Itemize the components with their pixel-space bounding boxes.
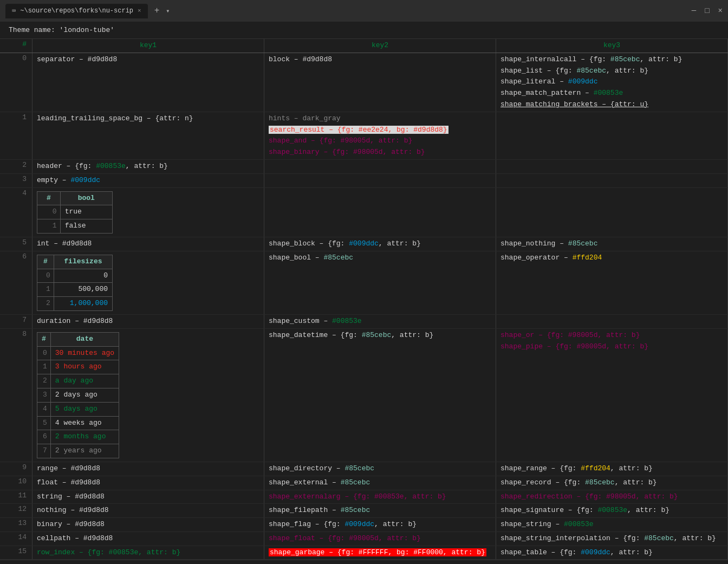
minimize-icon[interactable]: ─ [692, 7, 696, 15]
row8-col3: shape_or – {fg: #98005d, attr: b} shape_… [496, 329, 728, 462]
table-row: 5 int – #d9d8d8 shape_block – {fg: #009d… [0, 237, 728, 251]
close-window-icon[interactable]: × [718, 7, 723, 15]
row9-col2: shape_directory – #85cebc [264, 462, 496, 476]
row7-col2: shape_custom – #00853e [264, 315, 496, 328]
table-row: 7 duration – #d9d8d8 shape_custom – #008… [0, 315, 728, 329]
new-tab-icon[interactable]: + [152, 6, 162, 16]
table-row: 3 empty – #009ddc [0, 174, 728, 188]
row-num-1: 1 [0, 112, 32, 159]
row1-col3 [496, 112, 728, 159]
row3-col3 [496, 174, 728, 187]
table-row: 6 #filesizes 00 1500,000 21,000,000 shap… [0, 251, 728, 315]
row-num-0: 0 [0, 53, 32, 112]
row6-col1: #filesizes 00 1500,000 21,000,000 [32, 251, 264, 314]
row14-col3: shape_string_interpolation – {fg: #85ceb… [496, 532, 728, 546]
row2-col2 [264, 160, 496, 173]
status-bar: | [0, 560, 728, 564]
theme-name-line: Theme name: 'london-tube' [0, 22, 728, 39]
header-key3: key3 [496, 39, 728, 53]
row6-col3: shape_operator – #ffd204 [496, 251, 728, 314]
row4-col2 [264, 188, 496, 237]
row-num-9: 9 [0, 462, 32, 476]
row11-col3: shape_redirection – {fg: #98005d, attr: … [496, 490, 728, 504]
row-num-5: 5 [0, 237, 32, 251]
row14-col2: shape_float – {fg: #98005d, attr: b} [264, 532, 496, 546]
row2-col1: header – {fg: #00853e, attr: b} [32, 160, 264, 173]
header-key1: key1 [32, 39, 264, 53]
row7-col3 [496, 315, 728, 328]
header-num: # [0, 39, 32, 53]
row11-col2: shape_externalarg – {fg: #00853e, attr: … [264, 490, 496, 504]
row7-col1: duration – #d9d8d8 [32, 315, 264, 328]
row15-col3: shape_table – {fg: #009ddc, attr: b} [496, 546, 728, 560]
row-num-4: 4 [0, 188, 32, 237]
row5-col2: shape_block – {fg: #009ddc, attr: b} [264, 237, 496, 251]
row2-col3 [496, 160, 728, 173]
tab-dropdown-icon[interactable]: ▾ [166, 7, 170, 15]
row8-col1: #date 030 minutes ago 13 hours ago 2a da… [32, 329, 264, 462]
table-row: 10 float – #d9d8d8 shape_external – #85c… [0, 476, 728, 490]
row-num-6: 6 [0, 251, 32, 314]
bool-inner-table: #bool 0true 1false [37, 191, 113, 234]
row12-col3: shape_signature – {fg: #00853e, attr: b} [496, 504, 728, 517]
table-row: 12 nothing – #d9d8d8 shape_filepath – #8… [0, 504, 728, 518]
row-num-11: 11 [0, 490, 32, 504]
row12-col2: shape_filepath – #85cebc [264, 504, 496, 517]
table-row: 4 #bool 0true 1false [0, 188, 728, 237]
header-key2: key2 [264, 39, 496, 53]
row15-col1: row_index – {fg: #00853e, attr: b} [32, 546, 264, 560]
row9-col3: shape_range – {fg: #ffd204, attr: b} [496, 462, 728, 476]
tab-close-icon[interactable]: × [138, 8, 141, 14]
row6-col2: shape_bool – #85cebc [264, 251, 496, 314]
row12-col1: nothing – #d9d8d8 [32, 504, 264, 517]
row-num-10: 10 [0, 476, 32, 490]
row3-col2 [264, 174, 496, 187]
row-num-8: 8 [0, 329, 32, 462]
row11-col1: string – #d9d8d8 [32, 490, 264, 504]
row10-col1: float – #d9d8d8 [32, 476, 264, 490]
row1-col1: leading_trailing_space_bg – {attr: n} [32, 112, 264, 159]
row10-col3: shape_record – {fg: #85cebc, attr: b} [496, 476, 728, 490]
row1-col2: hints – dark_gray search_result – {fg: #… [264, 112, 496, 159]
maximize-icon[interactable]: □ [705, 7, 709, 15]
table-row: 11 string – #d9d8d8 shape_externalarg – … [0, 490, 728, 504]
row0-col3: shape_internalcall – {fg: #85cebc, attr:… [496, 53, 728, 112]
date-inner-table: #date 030 minutes ago 13 hours ago 2a da… [37, 332, 119, 458]
row13-col3: shape_string – #00853e [496, 518, 728, 531]
row-num-14: 14 [0, 532, 32, 546]
row5-col1: int – #d9d8d8 [32, 237, 264, 251]
row-num-7: 7 [0, 315, 32, 328]
row9-col1: range – #d9d8d8 [32, 462, 264, 476]
row-num-3: 3 [0, 174, 32, 187]
table-row: 8 #date 030 minutes ago 13 hours ago 2a … [0, 329, 728, 462]
table-row: 9 range – #d9d8d8 shape_directory – #85c… [0, 462, 728, 476]
row10-col2: shape_external – #85cebc [264, 476, 496, 490]
row14-col1: cellpath – #d9d8d8 [32, 532, 264, 546]
row0-col2: block – #d9d8d8 [264, 53, 496, 112]
row4-col3 [496, 188, 728, 237]
table-row: 15 row_index – {fg: #00853e, attr: b} sh… [0, 546, 728, 560]
row5-col3: shape_nothing – #85cebc [496, 237, 728, 251]
window-controls: ─ □ × [692, 7, 723, 15]
row8-col2: shape_datetime – {fg: #85cebc, attr: b} [264, 329, 496, 462]
row-num-2: 2 [0, 160, 32, 173]
row-num-12: 12 [0, 504, 32, 517]
main-table-area: # key1 key2 key3 0 separator – #d9d8d8 b… [0, 39, 728, 560]
row13-col2: shape_flag – {fg: #009ddc, attr: b} [264, 518, 496, 531]
row-num-13: 13 [0, 518, 32, 531]
tab-label: ~\source\repos\forks\nu-scrip [20, 7, 133, 15]
table-row: 1 leading_trailing_space_bg – {attr: n} … [0, 112, 728, 160]
titlebar: ⌨ ~\source\repos\forks\nu-scrip × + ▾ ─ … [0, 0, 728, 22]
table-row: 13 binary – #d9d8d8 shape_flag – {fg: #0… [0, 518, 728, 532]
terminal-icon: ⌨ [12, 7, 16, 15]
row4-col1: #bool 0true 1false [32, 188, 264, 237]
table-row: 0 separator – #d9d8d8 block – #d9d8d8 sh… [0, 53, 728, 112]
table-row: 2 header – {fg: #00853e, attr: b} [0, 160, 728, 174]
row0-col1: separator – #d9d8d8 [32, 53, 264, 112]
row-num-15: 15 [0, 546, 32, 560]
row13-col1: binary – #d9d8d8 [32, 518, 264, 531]
row3-col1: empty – #009ddc [32, 174, 264, 187]
terminal-tab[interactable]: ⌨ ~\source\repos\forks\nu-scrip × [5, 4, 148, 18]
table-row: 14 cellpath – #d9d8d8 shape_float – {fg:… [0, 532, 728, 546]
row15-col2: shape_garbage – {fg: #FFFFFF, bg: #FF000… [264, 546, 496, 560]
